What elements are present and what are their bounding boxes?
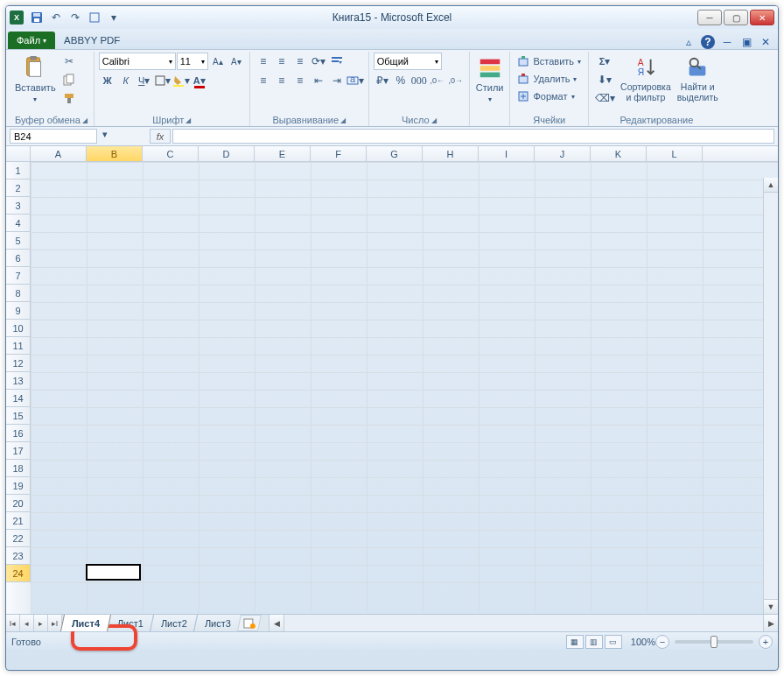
- dec-decimal-icon[interactable]: ,0→: [447, 72, 465, 89]
- col-header-I[interactable]: I: [479, 146, 535, 161]
- row-header-8[interactable]: 8: [6, 285, 31, 302]
- row-header-14[interactable]: 14: [6, 390, 31, 407]
- align-top-icon[interactable]: ≡: [255, 53, 272, 70]
- indent-dec-icon[interactable]: ⇤: [310, 72, 327, 89]
- row-header-21[interactable]: 21: [6, 512, 31, 530]
- font-size-combo[interactable]: 11▾: [177, 53, 208, 70]
- comma-icon[interactable]: 000: [410, 72, 428, 89]
- row-header-19[interactable]: 19: [6, 477, 31, 495]
- row-header-2[interactable]: 2: [6, 180, 31, 197]
- zoom-out-button[interactable]: −: [655, 635, 669, 649]
- col-header-K[interactable]: K: [591, 146, 647, 161]
- new-sheet-button[interactable]: [237, 615, 262, 631]
- row-header-24[interactable]: 24: [6, 565, 31, 582]
- number-format-combo[interactable]: Общий▾: [374, 53, 442, 70]
- fill-icon[interactable]: ⬇▾: [593, 71, 616, 88]
- undo-icon[interactable]: ↶: [48, 10, 64, 25]
- bold-icon[interactable]: Ж: [99, 72, 116, 89]
- ribbon-tab-10[interactable]: ABBYY PDF: [57, 31, 127, 49]
- col-header-H[interactable]: H: [423, 146, 479, 161]
- row-header-4[interactable]: 4: [6, 215, 31, 232]
- inc-decimal-icon[interactable]: ,0←: [429, 72, 446, 89]
- col-header-B[interactable]: B: [87, 146, 143, 161]
- number-launcher-icon[interactable]: ◢: [431, 116, 437, 124]
- horizontal-scrollbar[interactable]: ◀ ▶: [269, 615, 778, 631]
- align-launcher-icon[interactable]: ◢: [340, 116, 346, 124]
- doc-minimize-icon[interactable]: ─: [720, 35, 734, 49]
- doc-restore-icon[interactable]: ▣: [739, 35, 753, 49]
- qat-customize-icon[interactable]: ▾: [106, 10, 122, 25]
- zoom-slider[interactable]: [675, 640, 753, 644]
- row-header-16[interactable]: 16: [6, 425, 31, 442]
- styles-button[interactable]: Стили▾: [474, 53, 506, 105]
- close-button[interactable]: ✕: [750, 10, 774, 25]
- active-cell[interactable]: [86, 564, 141, 581]
- view-break-icon[interactable]: ▭: [605, 635, 622, 649]
- align-left-icon[interactable]: ≡: [255, 72, 272, 89]
- col-header-L[interactable]: L: [647, 146, 703, 161]
- sheet-nav-next-icon[interactable]: ▸: [34, 615, 48, 631]
- paste-button[interactable]: Вставить▾: [13, 53, 58, 105]
- name-box-drop-icon[interactable]: ▾: [99, 129, 111, 144]
- col-header-E[interactable]: E: [255, 146, 311, 161]
- percent-icon[interactable]: %: [392, 72, 410, 89]
- sheet-tab-3[interactable]: Лист3: [193, 615, 242, 631]
- qat-extra-icon[interactable]: [87, 10, 102, 25]
- font-color-icon[interactable]: А▾: [191, 72, 208, 89]
- scroll-down-icon[interactable]: ▼: [764, 599, 778, 614]
- row-header-11[interactable]: 11: [6, 337, 31, 355]
- vertical-scrollbar[interactable]: ▲ ▼: [763, 178, 778, 614]
- col-header-D[interactable]: D: [199, 146, 255, 161]
- ribbon-minimize-icon[interactable]: ▵: [682, 35, 696, 49]
- col-header-J[interactable]: J: [535, 146, 591, 161]
- file-tab[interactable]: Файл▾: [8, 32, 55, 49]
- select-all-corner[interactable]: [6, 146, 31, 161]
- font-name-combo[interactable]: Calibri▾: [99, 53, 176, 70]
- col-header-C[interactable]: C: [143, 146, 199, 161]
- font-launcher-icon[interactable]: ◢: [186, 116, 191, 124]
- row-header-5[interactable]: 5: [6, 232, 31, 250]
- scroll-up-icon[interactable]: ▲: [764, 178, 778, 193]
- scroll-left-icon[interactable]: ◀: [270, 615, 284, 631]
- indent-inc-icon[interactable]: ⇥: [328, 72, 346, 89]
- align-center-icon[interactable]: ≡: [273, 72, 290, 89]
- help-icon[interactable]: ?: [701, 35, 715, 49]
- copy-icon[interactable]: [60, 71, 78, 88]
- row-header-17[interactable]: 17: [6, 442, 31, 460]
- cells-insert-button[interactable]: Вставить ▾: [514, 53, 584, 70]
- italic-icon[interactable]: К: [117, 72, 135, 89]
- fill-color-icon[interactable]: ▾: [172, 72, 190, 89]
- currency-icon[interactable]: ₽▾: [374, 72, 391, 89]
- shrink-font-icon[interactable]: A▾: [228, 53, 245, 70]
- clear-icon[interactable]: ⌫▾: [593, 89, 616, 107]
- sheet-nav-first-icon[interactable]: I◂: [6, 615, 20, 631]
- name-box[interactable]: B24: [10, 129, 97, 144]
- wrap-text-icon[interactable]: [328, 53, 346, 70]
- doc-close-icon[interactable]: ✕: [759, 35, 773, 49]
- col-header-G[interactable]: G: [367, 146, 423, 161]
- sheet-tab-1[interactable]: Лист1: [106, 615, 155, 631]
- sheet-tab-0[interactable]: Лист4: [60, 615, 111, 631]
- save-icon[interactable]: [29, 10, 45, 25]
- row-header-9[interactable]: 9: [6, 302, 31, 320]
- row-header-10[interactable]: 10: [6, 320, 31, 337]
- align-middle-icon[interactable]: ≡: [273, 53, 290, 70]
- orientation-icon[interactable]: ⟳▾: [310, 53, 327, 70]
- cells-format-button[interactable]: Формат ▾: [514, 88, 577, 105]
- view-layout-icon[interactable]: ▥: [585, 635, 603, 649]
- sheet-tab-2[interactable]: Лист2: [150, 615, 199, 631]
- sheet-nav-prev-icon[interactable]: ◂: [20, 615, 34, 631]
- row-header-6[interactable]: 6: [6, 250, 31, 267]
- cells-delete-button[interactable]: Удалить ▾: [514, 70, 579, 88]
- scroll-right-icon[interactable]: ▶: [763, 615, 778, 631]
- row-header-22[interactable]: 22: [6, 530, 31, 547]
- cut-icon[interactable]: ✂: [60, 53, 78, 70]
- align-right-icon[interactable]: ≡: [291, 72, 309, 89]
- row-header-12[interactable]: 12: [6, 355, 31, 372]
- find-select-button[interactable]: Найти и выделить: [676, 53, 720, 104]
- row-header-23[interactable]: 23: [6, 547, 31, 565]
- row-header-3[interactable]: 3: [6, 197, 31, 215]
- autosum-icon[interactable]: Σ▾: [593, 53, 616, 70]
- sort-filter-button[interactable]: АЯ Сортировка и фильтр: [619, 53, 673, 104]
- merge-icon[interactable]: a▾: [346, 72, 364, 89]
